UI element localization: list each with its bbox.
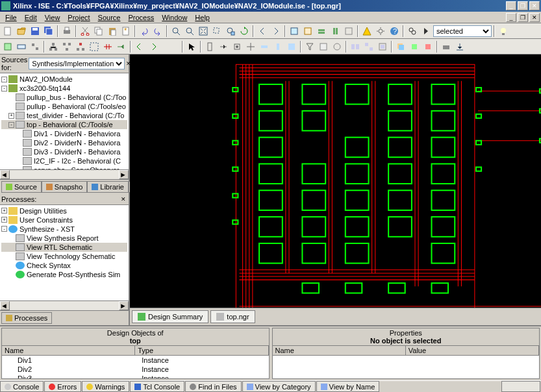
tab-top-ngr[interactable]: top.ngr: [210, 310, 255, 323]
menu-view[interactable]: View: [41, 14, 64, 21]
properties-rows[interactable]: [273, 356, 540, 378]
copy-icon[interactable]: [92, 25, 105, 38]
tree-item[interactable]: -xc3s200-5tq144: [1, 84, 127, 93]
tree-item[interactable]: Generate Post-Synthesis Sim: [1, 270, 127, 279]
schem-tool-3-icon[interactable]: [29, 40, 42, 53]
processes-tree[interactable]: +Design Utilities+User Constraints-Synth…: [0, 205, 129, 301]
sources-combo[interactable]: Synthesis/Implementation: [29, 58, 125, 69]
menu-file[interactable]: File: [1, 14, 21, 21]
menu-project[interactable]: Project: [64, 14, 94, 21]
stab-console[interactable]: Console: [0, 381, 44, 392]
forward-icon[interactable]: [270, 25, 283, 38]
tree-item[interactable]: View Technology Schematic: [1, 252, 127, 261]
tree-item[interactable]: +test_divider - Behavioral (C:/To: [1, 111, 127, 120]
menu-process[interactable]: Process: [124, 14, 158, 21]
layer-tool-3-icon[interactable]: [421, 40, 434, 53]
nav-tool-4-icon[interactable]: [244, 40, 257, 53]
schematic-viewer[interactable]: [130, 55, 541, 308]
filter-tool-3-icon[interactable]: [331, 40, 344, 53]
next-icon[interactable]: [147, 40, 160, 53]
zoom-area-icon[interactable]: [210, 25, 223, 38]
col-type[interactable]: Type: [135, 346, 268, 355]
processes-close-icon[interactable]: ✕: [121, 196, 127, 202]
paste-icon[interactable]: [106, 25, 119, 38]
ports-icon[interactable]: [115, 40, 128, 53]
tree-item[interactable]: Div1 - DividerN - Behaviora: [1, 129, 127, 138]
stab-warnings[interactable]: Warnings: [82, 381, 129, 392]
schem-tool-1-icon[interactable]: [1, 40, 14, 53]
view-tool-1-icon[interactable]: [349, 40, 362, 53]
sources-tree[interactable]: -NAV2_IOModule-xc3s200-5tq144pullup_bus …: [0, 73, 129, 169]
view-tool-3-icon[interactable]: [376, 40, 389, 53]
col-name[interactable]: Name: [2, 346, 135, 355]
nav-tool-7-icon[interactable]: [285, 40, 298, 53]
view-tool-2-icon[interactable]: [362, 40, 375, 53]
search-combo[interactable]: selected: [433, 25, 492, 37]
tab-libraries[interactable]: Librarie: [87, 181, 129, 193]
nav-tool-3-icon[interactable]: [231, 40, 244, 53]
tree-item[interactable]: View Synthesis Report: [1, 234, 127, 243]
sources-hscroll[interactable]: ◄►: [0, 169, 129, 179]
stab-errors[interactable]: Errors: [44, 381, 81, 392]
mdi-close-button[interactable]: ✕: [529, 13, 540, 22]
export-icon[interactable]: [453, 40, 466, 53]
tree-item[interactable]: +User Constraints: [1, 215, 127, 225]
col-prop-name[interactable]: Name: [273, 346, 406, 355]
zoom-fit-icon[interactable]: [197, 25, 210, 38]
tree-item[interactable]: pullup_bus - Behavioral (C:/Too: [1, 93, 127, 102]
tree-item[interactable]: View RTL Schematic: [1, 243, 127, 252]
new-source-icon[interactable]: *: [120, 25, 132, 38]
open-icon[interactable]: [15, 25, 28, 38]
hierarchy-up-icon[interactable]: [47, 40, 60, 53]
stab-tcl[interactable]: Tcl Console: [130, 381, 184, 392]
print-schem-icon[interactable]: [440, 40, 453, 53]
stab-view-category[interactable]: View by Category: [242, 381, 316, 392]
close-button[interactable]: ✕: [529, 1, 540, 10]
redo-icon[interactable]: [151, 25, 164, 38]
tree-item[interactable]: -top - Behavioral (C:/Tools/e: [1, 120, 127, 129]
filter-tool-1-icon[interactable]: [303, 40, 316, 53]
previous-icon[interactable]: [133, 40, 146, 53]
object-row[interactable]: Div3Instance: [2, 374, 269, 378]
refresh-icon[interactable]: [238, 25, 251, 38]
mdi-restore-button[interactable]: ❐: [518, 13, 528, 22]
hierarchy-down-icon[interactable]: [60, 40, 73, 53]
zoom-selection-icon[interactable]: [224, 25, 237, 38]
menu-window[interactable]: Window: [158, 14, 191, 21]
settings-icon[interactable]: [374, 25, 387, 38]
layer-tool-1-icon[interactable]: [394, 40, 407, 53]
pointer-icon[interactable]: [185, 40, 198, 53]
save-icon[interactable]: [29, 25, 42, 38]
lightbulb-icon[interactable]: [497, 25, 510, 38]
menu-help[interactable]: Help: [191, 14, 214, 21]
find-icon[interactable]: [406, 25, 419, 38]
hierarchy-top-icon[interactable]: [74, 40, 87, 53]
tree-item[interactable]: +Design Utilities: [1, 206, 127, 215]
schem-tool-2-icon[interactable]: [15, 40, 28, 53]
nav-tool-5-icon[interactable]: [258, 40, 271, 53]
tool-b-icon[interactable]: [301, 25, 314, 38]
object-row[interactable]: Div1Instance: [2, 356, 269, 365]
stab-view-name[interactable]: View by Name: [316, 381, 380, 392]
print-icon[interactable]: [60, 25, 73, 38]
menu-edit[interactable]: Edit: [21, 14, 41, 21]
find-next-icon[interactable]: [420, 25, 433, 38]
filter-tool-2-icon[interactable]: [317, 40, 330, 53]
tool-a-icon[interactable]: [288, 25, 301, 38]
back-icon[interactable]: [256, 25, 269, 38]
menu-source[interactable]: Source: [94, 14, 125, 21]
undo-icon[interactable]: [138, 25, 151, 38]
layer-tool-2-icon[interactable]: [408, 40, 421, 53]
tab-processes[interactable]: Processes: [1, 312, 52, 324]
tree-item[interactable]: -Synthesize - XST: [1, 225, 127, 234]
tree-item[interactable]: -NAV2_IOModule: [1, 75, 127, 84]
tree-item[interactable]: pullup - Behavioral (C:/Tools/eo: [1, 102, 127, 111]
mdi-minimize-button[interactable]: _: [506, 13, 516, 22]
help-icon[interactable]: ?: [388, 25, 401, 38]
tree-item[interactable]: Check Syntax: [1, 261, 127, 270]
col-prop-value[interactable]: Value: [406, 346, 539, 355]
maximize-button[interactable]: ❐: [518, 1, 528, 10]
select-all-icon[interactable]: [88, 40, 101, 53]
tab-sources[interactable]: Source: [1, 181, 42, 193]
nav-tool-1-icon[interactable]: [203, 40, 216, 53]
